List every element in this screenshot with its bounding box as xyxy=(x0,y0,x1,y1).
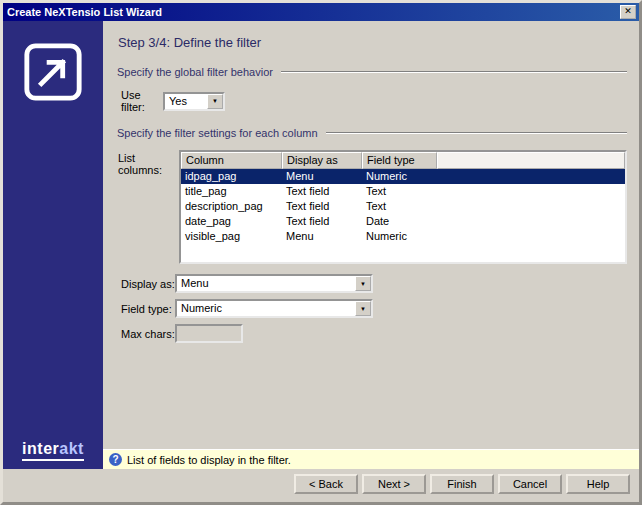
display-as-value: Menu xyxy=(177,276,355,291)
column-header-field-type[interactable]: Field type xyxy=(362,152,437,169)
cell-column: title_pag xyxy=(181,184,282,199)
section-header-global-filter: Specify the global filter behavior xyxy=(117,66,627,78)
step-title: Step 3/4: Define the filter xyxy=(118,35,627,50)
cell-display-as: Menu xyxy=(282,169,362,184)
field-type-value: Numeric xyxy=(177,301,355,316)
title-bar[interactable]: Create NeXTensio List Wizard ✕ xyxy=(3,3,639,21)
cell-display-as: Text field xyxy=(282,184,362,199)
section-title: Specify the filter settings for each col… xyxy=(117,127,318,139)
cell-display-as: Text field xyxy=(282,199,362,214)
sidebar: interakt xyxy=(3,21,103,469)
cell-field-type: Text xyxy=(362,199,625,214)
cell-field-type: Numeric xyxy=(362,169,625,184)
use-filter-value: Yes xyxy=(165,94,207,109)
wizard-window: Create NeXTensio List Wizard ✕ interakt … xyxy=(0,0,642,505)
field-type-label: Field type: xyxy=(121,303,175,315)
display-as-label: Display as: xyxy=(121,278,175,290)
interakt-logo: interakt xyxy=(22,440,84,461)
section-title: Specify the global filter behavior xyxy=(117,66,273,78)
cell-display-as: Menu xyxy=(282,229,362,244)
section-rule xyxy=(281,71,627,73)
cell-field-type: Numeric xyxy=(362,229,625,244)
column-header-column[interactable]: Column xyxy=(181,152,282,169)
finish-button[interactable]: Finish xyxy=(430,474,494,494)
table-row[interactable]: title_pag Text field Text xyxy=(181,184,625,199)
table-row[interactable]: date_pag Text field Date xyxy=(181,214,625,229)
interakt-logo-inter: inter xyxy=(22,440,59,457)
cell-field-type: Date xyxy=(362,214,625,229)
columns-listview[interactable]: Column Display as Field type idpag_pag M… xyxy=(179,150,627,264)
field-type-dropdown-button[interactable]: ▼ xyxy=(355,301,371,316)
close-icon: ✕ xyxy=(624,6,632,16)
use-filter-dropdown-button[interactable]: ▼ xyxy=(207,94,223,109)
wizard-step-panel: Step 3/4: Define the filter Specify the … xyxy=(103,21,639,449)
cell-display-as: Text field xyxy=(282,214,362,229)
cell-column: visible_pag xyxy=(181,229,282,244)
cell-column: description_pag xyxy=(181,199,282,214)
window-title: Create NeXTensio List Wizard xyxy=(7,6,620,18)
chevron-down-icon: ▼ xyxy=(360,281,366,287)
column-header-display-as[interactable]: Display as xyxy=(282,152,362,169)
cancel-button[interactable]: Cancel xyxy=(498,474,562,494)
chevron-down-icon: ▼ xyxy=(360,306,366,312)
next-button[interactable]: Next > xyxy=(362,474,426,494)
nextensio-logo-icon xyxy=(22,41,84,105)
listview-header: Column Display as Field type xyxy=(181,152,625,169)
status-bar: ? List of fields to display in the filte… xyxy=(103,449,639,469)
field-type-select[interactable]: Numeric ▼ xyxy=(175,299,373,318)
status-text: List of fields to display in the filter. xyxy=(127,454,291,466)
help-icon: ? xyxy=(109,453,122,466)
column-header-filler xyxy=(437,152,625,169)
cell-field-type: Text xyxy=(362,184,625,199)
cell-column: date_pag xyxy=(181,214,282,229)
display-as-dropdown-button[interactable]: ▼ xyxy=(355,276,371,291)
table-row[interactable]: description_pag Text field Text xyxy=(181,199,625,214)
use-filter-label: Use filter: xyxy=(121,89,163,113)
table-row[interactable]: idpag_pag Menu Numeric xyxy=(181,169,625,184)
display-as-select[interactable]: Menu ▼ xyxy=(175,274,373,293)
help-button[interactable]: Help xyxy=(566,474,630,494)
back-button[interactable]: < Back xyxy=(294,474,358,494)
button-bar: < Back Next > Finish Cancel Help xyxy=(3,469,639,502)
list-columns-label: List columns: xyxy=(118,150,179,176)
chevron-down-icon: ▼ xyxy=(212,98,218,104)
max-chars-label: Max chars: xyxy=(121,328,175,340)
close-button[interactable]: ✕ xyxy=(620,5,636,19)
cell-column: idpag_pag xyxy=(181,169,282,184)
section-rule xyxy=(326,132,627,134)
table-row[interactable]: visible_pag Menu Numeric xyxy=(181,229,625,244)
max-chars-input[interactable] xyxy=(175,324,243,343)
section-header-column-settings: Specify the filter settings for each col… xyxy=(117,127,627,139)
interakt-logo-akt: akt xyxy=(59,440,84,457)
use-filter-select[interactable]: Yes ▼ xyxy=(163,92,225,111)
